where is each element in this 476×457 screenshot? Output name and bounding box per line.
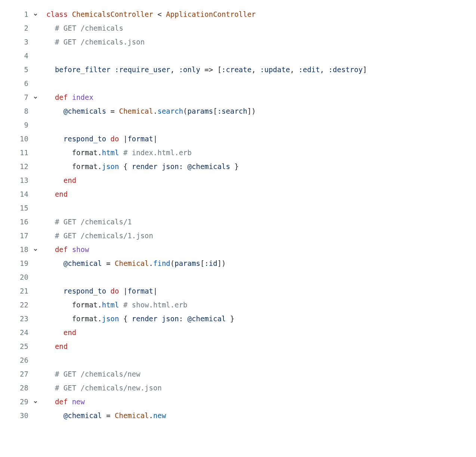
code-line[interactable]: respond_to do |format| — [46, 132, 469, 146]
code-token: . — [153, 107, 157, 115]
line-number-gutter: 1234567891011121314151617181920212223242… — [0, 7, 31, 423]
code-token: json: — [162, 162, 183, 171]
code-line[interactable]: class ChemicalsController < ApplicationC… — [46, 7, 469, 21]
code-token: # GET /chemicals/new — [55, 370, 140, 378]
code-token — [46, 176, 64, 184]
code-token: format — [127, 287, 153, 295]
line-number[interactable]: 17 — [0, 229, 31, 243]
code-token — [111, 65, 115, 74]
code-line[interactable]: # GET /chemicals/1 — [46, 215, 469, 229]
line-number[interactable]: 4 — [0, 49, 31, 63]
line-number[interactable]: 23 — [0, 312, 31, 326]
code-line[interactable]: # GET /chemicals — [46, 21, 469, 35]
line-number[interactable]: 9 — [0, 118, 31, 132]
line-number[interactable]: 12 — [0, 160, 31, 174]
code-token — [46, 65, 55, 74]
code-line[interactable] — [46, 353, 469, 367]
line-number[interactable]: 8 — [0, 104, 31, 118]
code-line[interactable]: # GET /chemicals/1.json — [46, 229, 469, 243]
line-number[interactable]: 25 — [0, 340, 31, 353]
code-token: def — [55, 93, 68, 101]
code-line[interactable]: respond_to do |format| — [46, 284, 469, 298]
chevron-down-icon[interactable] — [31, 91, 43, 104]
code-token: :id — [204, 259, 217, 267]
fold-spacer — [31, 215, 43, 229]
code-token: # index.html.erb — [123, 148, 192, 157]
code-line[interactable]: format.html # index.html.erb — [46, 146, 469, 160]
code-line[interactable]: @chemicals = Chemical.search(params[:sea… — [46, 104, 469, 118]
code-line[interactable] — [46, 118, 469, 132]
code-token — [46, 287, 64, 295]
code-token: params — [188, 107, 213, 115]
code-token — [46, 398, 55, 406]
line-number[interactable]: 26 — [0, 353, 31, 367]
line-number[interactable]: 22 — [0, 298, 31, 312]
code-token: , — [251, 65, 260, 74]
line-number[interactable]: 29 — [0, 395, 31, 409]
fold-spacer — [31, 257, 43, 270]
code-token: # GET /chemicals/1.json — [55, 231, 153, 240]
code-line[interactable] — [46, 77, 469, 91]
code-token: json — [102, 162, 119, 171]
line-number[interactable]: 11 — [0, 146, 31, 160]
code-token: ( — [183, 107, 187, 115]
line-number[interactable]: 21 — [0, 284, 31, 298]
code-line[interactable]: def new — [46, 395, 469, 409]
code-token — [68, 245, 72, 254]
line-number[interactable]: 15 — [0, 201, 31, 215]
code-line[interactable]: # GET /chemicals.json — [46, 35, 469, 49]
code-token: | — [153, 287, 157, 295]
code-token: # GET /chemicals/new.json — [55, 384, 162, 392]
line-number[interactable]: 7 — [0, 91, 31, 104]
line-number[interactable]: 24 — [0, 326, 31, 340]
code-token: = — [106, 107, 119, 115]
chevron-down-icon[interactable] — [31, 395, 43, 409]
line-number[interactable]: 14 — [0, 187, 31, 201]
code-line[interactable] — [46, 270, 469, 284]
line-number[interactable]: 6 — [0, 77, 31, 91]
code-line[interactable]: format.json { render json: @chemicals } — [46, 160, 469, 174]
line-number[interactable]: 27 — [0, 367, 31, 381]
line-number[interactable]: 13 — [0, 174, 31, 187]
code-line[interactable]: @chemical = Chemical.find(params[:id]) — [46, 257, 469, 270]
line-number[interactable]: 2 — [0, 21, 31, 35]
code-line[interactable]: format.json { render json: @chemical } — [46, 312, 469, 326]
code-line[interactable]: end — [46, 174, 469, 187]
code-line[interactable]: # GET /chemicals/new.json — [46, 381, 469, 395]
line-number[interactable]: 30 — [0, 409, 31, 423]
line-number[interactable]: 3 — [0, 35, 31, 49]
line-number[interactable]: 5 — [0, 63, 31, 77]
line-number[interactable]: 1 — [0, 7, 31, 21]
code-line[interactable]: format.html # show.html.erb — [46, 298, 469, 312]
line-number[interactable]: 28 — [0, 381, 31, 395]
code-line[interactable]: @chemical = Chemical.new — [46, 409, 469, 423]
code-token — [68, 398, 72, 406]
code-line[interactable]: end — [46, 326, 469, 340]
code-line[interactable]: def index — [46, 91, 469, 104]
code-token: :destroy — [328, 65, 363, 74]
line-number[interactable]: 18 — [0, 243, 31, 257]
fold-spacer — [31, 160, 43, 174]
code-line[interactable]: def show — [46, 243, 469, 257]
code-token: # GET /chemicals — [55, 24, 123, 32]
code-token — [46, 38, 55, 46]
line-number[interactable]: 20 — [0, 270, 31, 284]
code-token: < — [153, 10, 166, 18]
code-line[interactable]: # GET /chemicals/new — [46, 367, 469, 381]
line-number[interactable]: 16 — [0, 215, 31, 229]
code-line[interactable]: end — [46, 340, 469, 353]
code-token: format. — [72, 315, 102, 323]
chevron-down-icon[interactable] — [31, 243, 43, 257]
code-area[interactable]: class ChemicalsController < ApplicationC… — [43, 7, 476, 423]
fold-spacer — [31, 409, 43, 423]
chevron-down-icon[interactable] — [31, 7, 43, 21]
line-number[interactable]: 19 — [0, 257, 31, 270]
code-token: @chemical — [64, 259, 102, 267]
code-line[interactable] — [46, 201, 469, 215]
code-line[interactable]: end — [46, 187, 469, 201]
code-token: html — [102, 301, 119, 309]
line-number[interactable]: 10 — [0, 132, 31, 146]
code-line[interactable]: before_filter :require_user, :only => [:… — [46, 63, 469, 77]
code-line[interactable] — [46, 49, 469, 63]
code-token: render — [132, 162, 158, 171]
